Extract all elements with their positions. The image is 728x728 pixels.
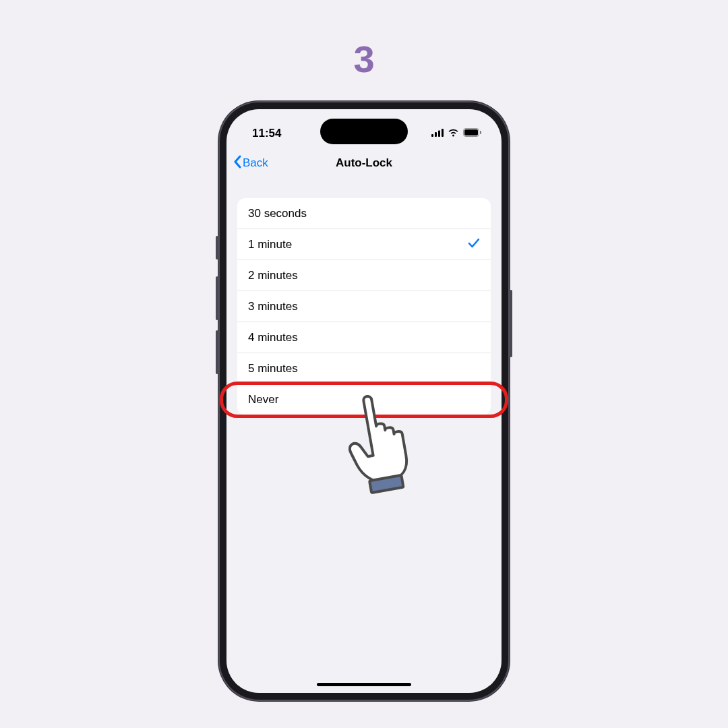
svg-rect-3 bbox=[442, 129, 444, 137]
option-label: 4 minutes bbox=[248, 331, 298, 344]
phone-side-button bbox=[216, 236, 218, 260]
dynamic-island bbox=[320, 119, 408, 144]
autolock-option-row[interactable]: 4 minutes bbox=[237, 322, 491, 353]
option-label: Never bbox=[248, 393, 278, 406]
phone-frame: 11:54 Back Auto-Lock bbox=[218, 101, 510, 701]
status-icons bbox=[431, 127, 481, 140]
svg-rect-6 bbox=[480, 131, 481, 134]
phone-volume-down-button bbox=[216, 330, 218, 374]
option-label: 30 seconds bbox=[248, 207, 307, 220]
chevron-left-icon bbox=[233, 155, 241, 172]
option-label: 1 minute bbox=[248, 238, 292, 251]
autolock-option-list: 30 seconds1 minute2 minutes3 minutes4 mi… bbox=[237, 198, 491, 415]
nav-title: Auto-Lock bbox=[336, 156, 392, 170]
phone-volume-up-button bbox=[216, 276, 218, 320]
svg-rect-2 bbox=[438, 131, 440, 138]
autolock-option-row[interactable]: 3 minutes bbox=[237, 291, 491, 322]
checkmark-icon bbox=[468, 237, 480, 252]
autolock-option-row[interactable]: Never bbox=[237, 384, 491, 415]
option-label: 3 minutes bbox=[248, 300, 298, 313]
svg-rect-5 bbox=[464, 129, 478, 135]
status-time: 11:54 bbox=[252, 127, 281, 140]
autolock-option-row[interactable]: 1 minute bbox=[237, 229, 491, 260]
phone-power-button bbox=[510, 290, 512, 357]
home-indicator[interactable] bbox=[317, 683, 411, 686]
option-label: 5 minutes bbox=[248, 362, 298, 375]
nav-bar: Back Auto-Lock bbox=[226, 148, 502, 178]
autolock-option-row[interactable]: 5 minutes bbox=[237, 353, 491, 384]
wifi-icon bbox=[448, 127, 459, 140]
svg-rect-1 bbox=[435, 132, 437, 137]
autolock-option-row[interactable]: 2 minutes bbox=[237, 260, 491, 291]
phone-screen: 11:54 Back Auto-Lock bbox=[226, 109, 502, 693]
cellular-icon bbox=[431, 127, 444, 140]
back-button[interactable]: Back bbox=[233, 155, 268, 172]
svg-rect-0 bbox=[431, 134, 433, 137]
option-label: 2 minutes bbox=[248, 269, 298, 282]
back-label: Back bbox=[243, 156, 268, 170]
autolock-option-row[interactable]: 30 seconds bbox=[237, 198, 491, 229]
step-number: 3 bbox=[353, 37, 374, 81]
battery-icon bbox=[463, 127, 481, 140]
